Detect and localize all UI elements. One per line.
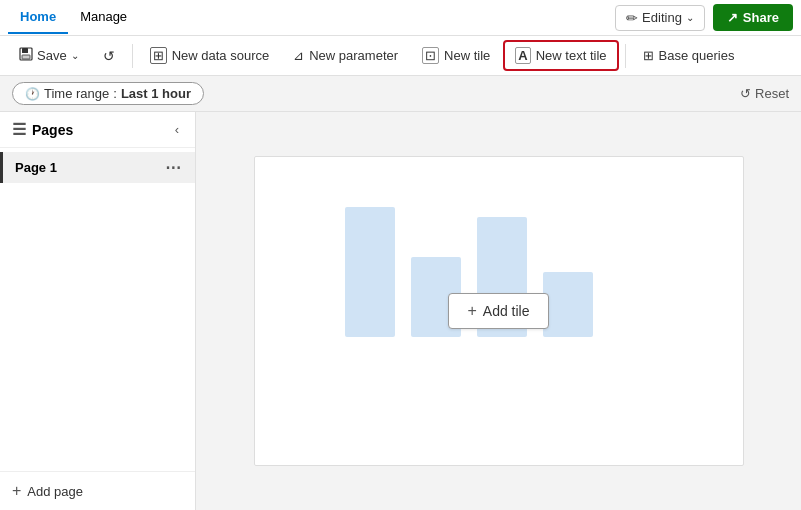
save-icon [19, 47, 33, 64]
refresh-button[interactable]: ↺ [92, 42, 126, 70]
canvas-area: + Add tile [196, 112, 801, 510]
new-tile-icon: ⊡ [422, 47, 439, 64]
time-range-label: Time range [44, 86, 109, 101]
add-page-plus-icon: + [12, 482, 21, 500]
sidebar-header: ☰ Pages ‹ [0, 112, 195, 148]
pages-icon: ☰ [12, 120, 26, 139]
tab-home[interactable]: Home [8, 1, 68, 34]
page1-label: Page 1 [15, 160, 163, 175]
canvas: + Add tile [254, 156, 744, 466]
add-page-footer[interactable]: + Add page [0, 471, 195, 510]
tab-manage[interactable]: Manage [68, 1, 139, 34]
time-range-separator: : [113, 86, 117, 101]
editing-label: Editing [642, 10, 682, 25]
new-data-source-label: New data source [172, 48, 270, 63]
sidebar-item-page1[interactable]: Page 1 ⋯ [0, 152, 195, 183]
top-nav: Home Manage ✏ Editing ⌄ ↗ Share [0, 0, 801, 36]
toolbar-divider-2 [625, 44, 626, 68]
add-tile-label: Add tile [483, 303, 530, 319]
new-parameter-label: New parameter [309, 48, 398, 63]
new-text-tile-label: New text tile [536, 48, 607, 63]
share-label: Share [743, 10, 779, 25]
new-parameter-button[interactable]: ⊿ New parameter [282, 42, 409, 69]
save-button[interactable]: Save ⌄ [8, 41, 90, 70]
save-chevron-icon: ⌄ [71, 50, 79, 61]
main-area: ☰ Pages ‹ Page 1 ⋯ + Add page [0, 112, 801, 510]
toolbar: Save ⌄ ↺ ⊞ New data source ⊿ New paramet… [0, 36, 801, 76]
new-text-tile-button[interactable]: A New text tile [503, 40, 618, 71]
svg-rect-2 [22, 55, 30, 59]
share-icon: ↗ [727, 10, 738, 25]
base-queries-button[interactable]: ⊞ Base queries [632, 42, 746, 69]
add-tile-button[interactable]: + Add tile [448, 293, 548, 329]
text-tile-icon: A [515, 47, 530, 64]
parameter-icon: ⊿ [293, 48, 304, 63]
base-queries-label: Base queries [659, 48, 735, 63]
datasource-icon: ⊞ [150, 47, 167, 64]
new-tile-button[interactable]: ⊡ New tile [411, 41, 501, 70]
base-queries-icon: ⊞ [643, 48, 654, 63]
sidebar-pages: Page 1 ⋯ [0, 148, 195, 471]
time-range-value: Last 1 hour [121, 86, 191, 101]
editing-button[interactable]: ✏ Editing ⌄ [615, 5, 705, 31]
new-data-source-button[interactable]: ⊞ New data source [139, 41, 281, 70]
page1-dots-icon[interactable]: ⋯ [163, 158, 183, 177]
reset-button[interactable]: ↺ Reset [740, 86, 789, 101]
chevron-down-icon: ⌄ [686, 12, 694, 23]
pencil-icon: ✏ [626, 10, 638, 26]
svg-rect-1 [22, 48, 28, 53]
add-page-label: Add page [27, 484, 83, 499]
add-tile-plus-icon: + [467, 302, 476, 320]
sidebar-title: ☰ Pages [12, 120, 73, 139]
clock-icon: 🕐 [25, 87, 40, 101]
bar-1 [345, 207, 395, 337]
refresh-icon: ↺ [103, 48, 115, 64]
save-label: Save [37, 48, 67, 63]
new-tile-label: New tile [444, 48, 490, 63]
sidebar-title-label: Pages [32, 122, 73, 138]
reset-icon: ↺ [740, 86, 751, 101]
toolbar-divider-1 [132, 44, 133, 68]
bar-4 [543, 272, 593, 337]
collapse-sidebar-button[interactable]: ‹ [171, 120, 183, 139]
sidebar: ☰ Pages ‹ Page 1 ⋯ + Add page [0, 112, 196, 510]
share-button[interactable]: ↗ Share [713, 4, 793, 31]
reset-label: Reset [755, 86, 789, 101]
time-range-pill[interactable]: 🕐 Time range : Last 1 hour [12, 82, 204, 105]
filter-bar: 🕐 Time range : Last 1 hour ↺ Reset [0, 76, 801, 112]
